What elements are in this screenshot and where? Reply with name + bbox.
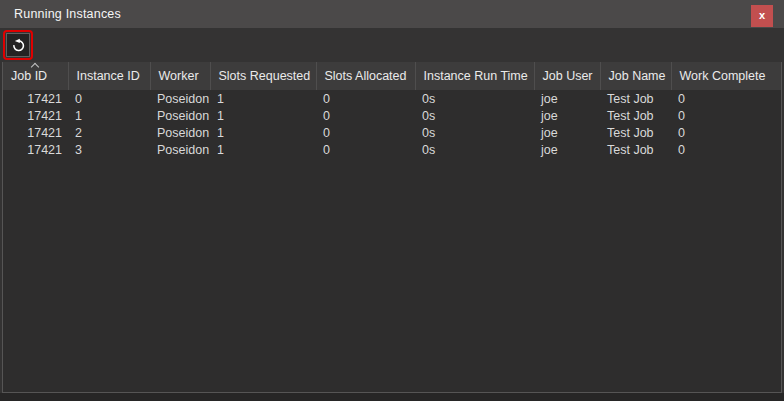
column-header-worker[interactable]: Worker <box>150 62 210 90</box>
table-row[interactable]: 174213Poseidon100sjoeTest Job0 <box>3 141 781 158</box>
table-cell: 0s <box>415 124 534 141</box>
column-header-slots-requested[interactable]: Slots Requested <box>210 62 316 90</box>
annotation-highlight <box>3 30 33 60</box>
table-cell: 1 <box>210 90 316 107</box>
table-cell: 0 <box>316 107 415 124</box>
column-header-instance-id[interactable]: Instance ID <box>68 62 150 90</box>
column-header-instance-run-time[interactable]: Instance Run Time <box>415 62 534 90</box>
column-header-label: Job ID <box>11 69 47 83</box>
table-cell: joe <box>534 107 600 124</box>
column-header-label: Work Complete <box>680 69 766 83</box>
table-cell: 3 <box>68 141 150 158</box>
titlebar[interactable]: Running Instances x <box>0 0 784 28</box>
table-cell: Test Job <box>600 90 671 107</box>
table-cell: Poseidon <box>150 107 210 124</box>
column-header-job-user[interactable]: Job User <box>534 62 600 90</box>
table-cell: 17421 <box>3 124 68 141</box>
column-header-label: Instance Run Time <box>424 69 528 83</box>
table-panel: Job IDInstance IDWorkerSlots RequestedSl… <box>2 62 782 393</box>
table-cell: joe <box>534 141 600 158</box>
table-row[interactable]: 174210Poseidon100sjoeTest Job0 <box>3 90 781 107</box>
table-cell: 0s <box>415 90 534 107</box>
table-cell: 2 <box>68 124 150 141</box>
column-header-job-id[interactable]: Job ID <box>3 62 68 90</box>
window-bottom-edge <box>0 393 784 401</box>
table-cell: 17421 <box>3 90 68 107</box>
table-cell: 0 <box>671 141 781 158</box>
table-cell: 0 <box>68 90 150 107</box>
table-cell: Poseidon <box>150 90 210 107</box>
table-cell: 0s <box>415 107 534 124</box>
running-instances-window: Running Instances x Job IDInstance IDWor… <box>0 0 784 401</box>
table-row[interactable]: 174211Poseidon100sjoeTest Job0 <box>3 107 781 124</box>
table-cell: 0 <box>316 141 415 158</box>
table-cell: 17421 <box>3 141 68 158</box>
table-cell: Poseidon <box>150 124 210 141</box>
refresh-button[interactable] <box>6 33 30 57</box>
toolbar <box>0 28 784 62</box>
window-title: Running Instances <box>14 7 121 21</box>
table-cell: joe <box>534 124 600 141</box>
column-header-label: Instance ID <box>77 69 140 83</box>
table-cell: 1 <box>210 124 316 141</box>
column-header-label: Worker <box>159 69 199 83</box>
close-button[interactable]: x <box>751 5 773 27</box>
table-cell: Test Job <box>600 141 671 158</box>
instances-table: Job IDInstance IDWorkerSlots RequestedSl… <box>3 62 781 158</box>
table-cell: 0 <box>671 124 781 141</box>
table-header-row: Job IDInstance IDWorkerSlots RequestedSl… <box>3 62 781 90</box>
column-header-label: Job User <box>543 69 593 83</box>
refresh-icon <box>11 38 26 53</box>
table-cell: 0 <box>671 90 781 107</box>
table-row[interactable]: 174212Poseidon100sjoeTest Job0 <box>3 124 781 141</box>
column-header-label: Job Name <box>609 69 666 83</box>
table-cell: Test Job <box>600 124 671 141</box>
table-cell: 0 <box>671 107 781 124</box>
column-header-slots-allocated[interactable]: Slots Allocated <box>316 62 415 90</box>
table-cell: 17421 <box>3 107 68 124</box>
table-cell: 0 <box>316 124 415 141</box>
table-cell: 1 <box>210 141 316 158</box>
table-cell: Test Job <box>600 107 671 124</box>
column-header-label: Slots Allocated <box>325 69 407 83</box>
table-cell: 0s <box>415 141 534 158</box>
column-header-work-complete[interactable]: Work Complete <box>671 62 781 90</box>
table-cell: 1 <box>68 107 150 124</box>
table-cell: joe <box>534 90 600 107</box>
table-cell: Poseidon <box>150 141 210 158</box>
column-header-label: Slots Requested <box>219 69 311 83</box>
table-cell: 1 <box>210 107 316 124</box>
column-header-job-name[interactable]: Job Name <box>600 62 671 90</box>
table-cell: 0 <box>316 90 415 107</box>
close-icon: x <box>759 10 765 21</box>
